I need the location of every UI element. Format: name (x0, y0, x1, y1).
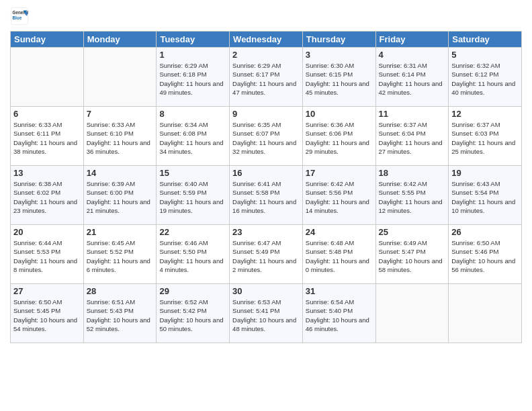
day-number: 20 (13, 227, 81, 237)
calendar-cell: 4Sunrise: 6:31 AMSunset: 6:14 PMDaylight… (375, 48, 449, 107)
calendar-cell: 25Sunrise: 6:49 AMSunset: 5:47 PMDayligh… (375, 225, 449, 284)
day-number: 27 (13, 286, 81, 296)
day-info: Sunrise: 6:31 AMSunset: 6:14 PMDaylight:… (379, 61, 446, 97)
day-info: Sunrise: 6:39 AMSunset: 6:00 PMDaylight:… (87, 179, 154, 215)
calendar-cell: 28Sunrise: 6:51 AMSunset: 5:43 PMDayligh… (83, 284, 157, 343)
calendar-cell: 26Sunrise: 6:50 AMSunset: 5:46 PMDayligh… (449, 225, 522, 284)
calendar-cell: 10Sunrise: 6:36 AMSunset: 6:06 PMDayligh… (302, 107, 375, 166)
day-header-friday: Friday (375, 32, 449, 48)
calendar-cell: 20Sunrise: 6:44 AMSunset: 5:53 PMDayligh… (11, 225, 84, 284)
day-number: 8 (159, 109, 226, 119)
calendar-cell: 21Sunrise: 6:45 AMSunset: 5:52 PMDayligh… (83, 225, 157, 284)
calendar-header-row: SundayMondayTuesdayWednesdayThursdayFrid… (11, 32, 522, 48)
logo: General Blue (10, 7, 29, 26)
calendar-cell: 22Sunrise: 6:46 AMSunset: 5:50 PMDayligh… (157, 225, 230, 284)
day-info: Sunrise: 6:44 AMSunset: 5:53 PMDaylight:… (13, 238, 81, 274)
day-number: 17 (306, 168, 373, 178)
day-number: 7 (87, 109, 154, 119)
calendar-cell: 1Sunrise: 6:29 AMSunset: 6:18 PMDaylight… (157, 48, 230, 107)
calendar-cell: 18Sunrise: 6:42 AMSunset: 5:55 PMDayligh… (375, 166, 449, 225)
calendar-week-4: 20Sunrise: 6:44 AMSunset: 5:53 PMDayligh… (11, 225, 522, 284)
day-header-sunday: Sunday (11, 32, 84, 48)
calendar-cell: 2Sunrise: 6:29 AMSunset: 6:17 PMDaylight… (230, 48, 303, 107)
calendar-cell: 29Sunrise: 6:52 AMSunset: 5:42 PMDayligh… (157, 284, 230, 343)
day-info: Sunrise: 6:42 AMSunset: 5:55 PMDaylight:… (379, 179, 446, 215)
calendar-week-5: 27Sunrise: 6:50 AMSunset: 5:45 PMDayligh… (11, 284, 522, 343)
day-info: Sunrise: 6:53 AMSunset: 5:41 PMDaylight:… (232, 298, 300, 333)
day-number: 3 (306, 50, 373, 60)
day-info: Sunrise: 6:52 AMSunset: 5:42 PMDaylight:… (159, 298, 226, 333)
calendar-cell (449, 284, 522, 343)
calendar-cell: 13Sunrise: 6:38 AMSunset: 6:02 PMDayligh… (11, 166, 84, 225)
day-info: Sunrise: 6:41 AMSunset: 5:58 PMDaylight:… (232, 179, 300, 215)
day-info: Sunrise: 6:42 AMSunset: 5:56 PMDaylight:… (306, 179, 373, 215)
day-header-monday: Monday (83, 32, 157, 48)
calendar-cell: 23Sunrise: 6:47 AMSunset: 5:49 PMDayligh… (230, 225, 303, 284)
day-number: 18 (379, 168, 446, 178)
day-number: 10 (306, 109, 373, 119)
calendar-cell: 9Sunrise: 6:35 AMSunset: 6:07 PMDaylight… (230, 107, 303, 166)
day-number: 14 (87, 168, 154, 178)
day-number: 12 (451, 109, 519, 119)
day-number: 26 (451, 227, 519, 237)
day-info: Sunrise: 6:37 AMSunset: 6:03 PMDaylight:… (451, 120, 519, 156)
calendar-cell: 19Sunrise: 6:43 AMSunset: 5:54 PMDayligh… (449, 166, 522, 225)
day-info: Sunrise: 6:30 AMSunset: 6:15 PMDaylight:… (306, 61, 373, 97)
day-number: 25 (379, 227, 446, 237)
day-header-thursday: Thursday (302, 32, 375, 48)
calendar-cell: 27Sunrise: 6:50 AMSunset: 5:45 PMDayligh… (11, 284, 84, 343)
day-number: 15 (159, 168, 226, 178)
day-number: 1 (159, 50, 226, 60)
day-header-wednesday: Wednesday (230, 32, 303, 48)
day-number: 22 (159, 227, 226, 237)
day-number: 29 (159, 286, 226, 296)
calendar-cell: 30Sunrise: 6:53 AMSunset: 5:41 PMDayligh… (230, 284, 303, 343)
calendar-cell: 16Sunrise: 6:41 AMSunset: 5:58 PMDayligh… (230, 166, 303, 225)
calendar-cell: 5Sunrise: 6:32 AMSunset: 6:12 PMDaylight… (449, 48, 522, 107)
day-number: 2 (232, 50, 300, 60)
day-info: Sunrise: 6:48 AMSunset: 5:48 PMDaylight:… (306, 238, 373, 274)
day-info: Sunrise: 6:50 AMSunset: 5:46 PMDaylight:… (451, 238, 519, 274)
day-header-saturday: Saturday (449, 32, 522, 48)
day-number: 31 (306, 286, 373, 296)
calendar-cell: 14Sunrise: 6:39 AMSunset: 6:00 PMDayligh… (83, 166, 157, 225)
calendar-cell: 8Sunrise: 6:34 AMSunset: 6:08 PMDaylight… (157, 107, 230, 166)
day-info: Sunrise: 6:33 AMSunset: 6:10 PMDaylight:… (87, 120, 154, 156)
calendar-cell: 7Sunrise: 6:33 AMSunset: 6:10 PMDaylight… (83, 107, 157, 166)
day-info: Sunrise: 6:47 AMSunset: 5:49 PMDaylight:… (232, 238, 300, 274)
day-info: Sunrise: 6:40 AMSunset: 5:59 PMDaylight:… (159, 179, 226, 215)
day-number: 16 (232, 168, 300, 178)
calendar-cell: 11Sunrise: 6:37 AMSunset: 6:04 PMDayligh… (375, 107, 449, 166)
calendar-cell: 17Sunrise: 6:42 AMSunset: 5:56 PMDayligh… (302, 166, 375, 225)
calendar-cell: 15Sunrise: 6:40 AMSunset: 5:59 PMDayligh… (157, 166, 230, 225)
day-info: Sunrise: 6:29 AMSunset: 6:17 PMDaylight:… (232, 61, 300, 97)
day-number: 21 (87, 227, 154, 237)
day-info: Sunrise: 6:29 AMSunset: 6:18 PMDaylight:… (159, 61, 226, 97)
day-header-tuesday: Tuesday (157, 32, 230, 48)
calendar-cell: 12Sunrise: 6:37 AMSunset: 6:03 PMDayligh… (449, 107, 522, 166)
day-info: Sunrise: 6:35 AMSunset: 6:07 PMDaylight:… (232, 120, 300, 156)
calendar-week-2: 6Sunrise: 6:33 AMSunset: 6:11 PMDaylight… (11, 107, 522, 166)
day-number: 28 (87, 286, 154, 296)
day-info: Sunrise: 6:45 AMSunset: 5:52 PMDaylight:… (87, 238, 154, 274)
calendar-cell: 6Sunrise: 6:33 AMSunset: 6:11 PMDaylight… (11, 107, 84, 166)
day-info: Sunrise: 6:46 AMSunset: 5:50 PMDaylight:… (159, 238, 226, 274)
header: General Blue (10, 7, 522, 26)
day-number: 23 (232, 227, 300, 237)
day-number: 19 (451, 168, 519, 178)
calendar-cell: 3Sunrise: 6:30 AMSunset: 6:15 PMDaylight… (302, 48, 375, 107)
day-info: Sunrise: 6:32 AMSunset: 6:12 PMDaylight:… (451, 61, 519, 97)
day-info: Sunrise: 6:33 AMSunset: 6:11 PMDaylight:… (13, 120, 81, 156)
day-info: Sunrise: 6:37 AMSunset: 6:04 PMDaylight:… (379, 120, 446, 156)
day-number: 6 (13, 109, 81, 119)
day-number: 30 (232, 286, 300, 296)
calendar-week-3: 13Sunrise: 6:38 AMSunset: 6:02 PMDayligh… (11, 166, 522, 225)
day-info: Sunrise: 6:43 AMSunset: 5:54 PMDaylight:… (451, 179, 519, 215)
svg-text:Blue: Blue (13, 15, 22, 20)
day-number: 4 (379, 50, 446, 60)
day-info: Sunrise: 6:50 AMSunset: 5:45 PMDaylight:… (13, 298, 81, 333)
day-number: 11 (379, 109, 446, 119)
day-info: Sunrise: 6:38 AMSunset: 6:02 PMDaylight:… (13, 179, 81, 215)
calendar-cell (11, 48, 84, 107)
calendar-cell (375, 284, 449, 343)
